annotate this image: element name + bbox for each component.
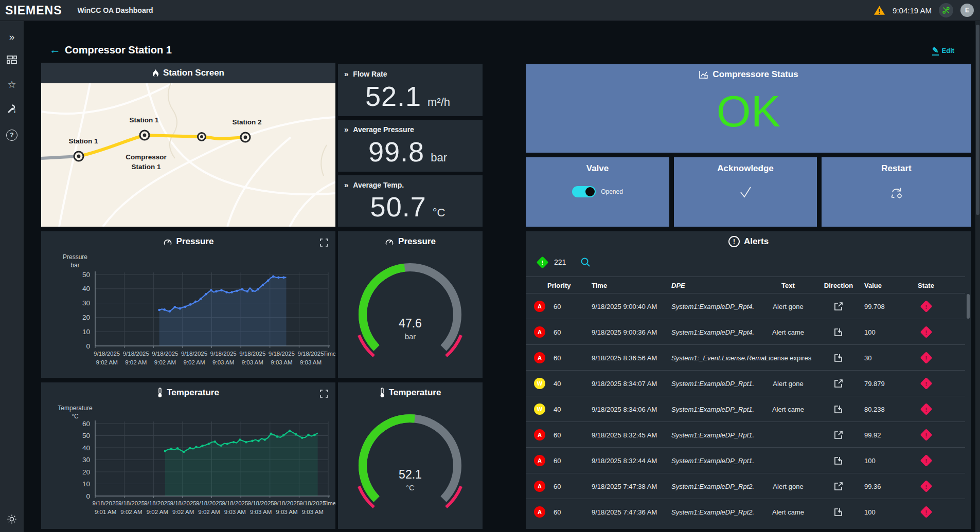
- svg-text:9:03 AM: 9:03 AM: [250, 509, 272, 515]
- kpi-value: 52.1: [365, 80, 421, 112]
- temperature-gauge-title: Temperature: [338, 382, 483, 403]
- compressor-status-panel: Compressore Status OK: [526, 64, 971, 153]
- favorites-icon[interactable]: ☆: [6, 80, 18, 89]
- status-value: OK: [526, 85, 971, 138]
- alert-row[interactable]: A609/18/2025 8:32:45 AMSystem1:ExampleDP…: [526, 421, 965, 447]
- svg-text:9/18/2025: 9/18/2025: [144, 500, 170, 506]
- alert-state-icon: !: [906, 379, 946, 388]
- alert-row[interactable]: W409/18/2025 8:34:07 AMSystem1:ExampleDP…: [526, 370, 965, 396]
- temperature-chart-panel: Temperature Temperature°C 60504030201009…: [41, 382, 335, 529]
- alert-priority: 60: [554, 508, 561, 516]
- svg-text:9/18/2025: 9/18/2025: [269, 351, 295, 357]
- alert-dpe: System1:ExampleDP_Rpt2.: [671, 508, 754, 516]
- expand-sidebar-icon[interactable]: »: [6, 32, 18, 42]
- alert-state-icon: !: [906, 353, 946, 362]
- alert-text: Alert came: [744, 508, 832, 516]
- alert-time: 9/18/2025 8:34:06 AM: [592, 405, 657, 413]
- svg-text:9:03 AM: 9:03 AM: [224, 509, 246, 515]
- svg-text:9/18/2025: 9/18/2025: [274, 500, 300, 506]
- alert-priority: 40: [554, 405, 561, 413]
- sidebar: » ☆ i ?: [0, 21, 24, 532]
- clock: 9:04:19 AM: [893, 6, 932, 15]
- svg-text:50: 50: [82, 271, 90, 279]
- svg-text:30: 30: [82, 456, 90, 464]
- alert-row[interactable]: A609/18/2025 7:47:36 AMSystem1:ExampleDP…: [526, 499, 965, 524]
- chart-icon: [699, 70, 708, 79]
- temperature-line-chart: 60504030201009/18/20259:01 AM9/18/20259:…: [41, 382, 335, 529]
- alert-text: Alert came: [744, 405, 832, 413]
- alert-count-badge-icon[interactable]: !: [536, 256, 548, 268]
- alert-state-icon: !: [906, 456, 946, 465]
- alert-dpe: System1:ExampleDP_Rpt1.: [671, 405, 754, 413]
- app-title: WinCC OA Dashboard: [78, 6, 153, 14]
- acknowledge-label: Acknowledge: [674, 163, 817, 174]
- kpi-unit: m²/h: [427, 96, 450, 109]
- user-avatar[interactable]: E: [960, 4, 974, 17]
- severity-badge: A: [534, 506, 545, 518]
- svg-text:60: 60: [82, 420, 90, 428]
- direction-out-icon: [829, 481, 848, 491]
- back-button[interactable]: ←: [49, 43, 61, 57]
- alert-row[interactable]: A609/18/2025 8:36:56 AMSystem1:_Event.Li…: [526, 344, 965, 370]
- station-map[interactable]: Station 1 Station 1 Compressor Station 1…: [41, 83, 335, 227]
- alert-row[interactable]: W409/18/2025 8:34:06 AMSystem1:ExampleDP…: [526, 396, 965, 421]
- pressure-gauge: [338, 252, 483, 378]
- valve-tile[interactable]: Valve Opened: [526, 157, 669, 227]
- svg-text:9/18/2025: 9/18/2025: [118, 500, 145, 506]
- search-icon[interactable]: [580, 257, 591, 267]
- svg-text:9/18/2025: 9/18/2025: [297, 351, 324, 357]
- theme-toggle-icon[interactable]: [6, 514, 18, 526]
- svg-text:9/18/2025: 9/18/2025: [94, 351, 120, 357]
- alert-dpe: System1:ExampleDP_Rpt1.: [671, 431, 754, 438]
- svg-text:9:03 AM: 9:03 AM: [242, 359, 263, 365]
- warning-icon[interactable]: [874, 5, 885, 15]
- svg-text:9:02 AM: 9:02 AM: [96, 359, 118, 365]
- alert-dpe: System1:ExampleDP_Rpt1.: [671, 379, 754, 387]
- map-label-compressor-2: Station 1: [131, 163, 161, 171]
- flame-icon: [152, 69, 159, 78]
- valve-state-label: Opened: [601, 188, 623, 195]
- dashboards-icon[interactable]: [6, 56, 18, 66]
- station-screen-panel: Station Screen: [41, 63, 335, 227]
- svg-text:9/18/2025: 9/18/2025: [248, 500, 274, 506]
- svg-text:i: i: [14, 109, 16, 114]
- alert-priority: 60: [554, 431, 561, 438]
- alert-dpe: System1:ExampleDP_Rpt1.: [671, 456, 754, 464]
- alert-priority: 60: [554, 354, 561, 361]
- alert-row[interactable]: A609/18/2025 9:00:36 AMSystem1:ExampleDP…: [526, 319, 965, 344]
- alert-state-icon: !: [906, 327, 946, 336]
- acknowledge-tile[interactable]: Acknowledge: [674, 157, 817, 227]
- alert-time: 9/18/2025 8:32:45 AM: [592, 431, 657, 438]
- alert-time: 9/18/2025 7:47:36 AM: [592, 508, 657, 516]
- pressure-chart-panel: Pressure Pressurebar 504030201009/18/202…: [41, 231, 335, 378]
- alerts-scrollbar[interactable]: [967, 294, 970, 319]
- svg-text:40: 40: [82, 285, 90, 292]
- alert-time: 9/18/2025 9:00:40 AM: [592, 302, 657, 310]
- pressure-line-chart: 504030201009/18/20259:02 AM9/18/20259:02…: [41, 231, 335, 378]
- chevron-right-icon: »: [344, 125, 348, 134]
- svg-text:9/18/2025: 9/18/2025: [93, 500, 119, 506]
- svg-text:9:03 AM: 9:03 AM: [300, 359, 322, 365]
- svg-text:9:03 AM: 9:03 AM: [271, 359, 292, 365]
- alert-text: Alert gone: [744, 302, 832, 310]
- svg-text:9/18/2025: 9/18/2025: [239, 351, 265, 357]
- system-info-icon[interactable]: i: [6, 103, 18, 115]
- svg-text:9:02 AM: 9:02 AM: [198, 509, 220, 515]
- connection-status-icon[interactable]: [939, 3, 953, 17]
- alert-dpe: System1:ExampleDP_Rpt2.: [671, 482, 754, 490]
- alert-row[interactable]: A609/18/2025 7:47:38 AMSystem1:ExampleDP…: [526, 473, 965, 499]
- alerts-title: ! Alerts: [526, 231, 971, 252]
- restart-tile[interactable]: Restart: [822, 157, 971, 227]
- valve-toggle[interactable]: [572, 186, 596, 197]
- help-icon[interactable]: ?: [6, 129, 18, 141]
- edit-pencil-icon: ✎: [932, 46, 939, 56]
- page-scrollbar[interactable]: [975, 21, 980, 532]
- alert-value: 99.36: [864, 482, 881, 490]
- alert-state-icon: !: [906, 482, 946, 490]
- page-scrollbar-thumb[interactable]: [976, 25, 979, 215]
- svg-text:20: 20: [82, 314, 90, 321]
- alert-row[interactable]: A609/18/2025 8:32:44 AMSystem1:ExampleDP…: [526, 447, 965, 473]
- edit-button[interactable]: ✎ Edit: [932, 46, 954, 56]
- pressure-gauge-title: Pressure: [338, 231, 483, 252]
- alert-row[interactable]: A609/18/2025 9:00:40 AMSystem1:ExampleDP…: [526, 293, 965, 319]
